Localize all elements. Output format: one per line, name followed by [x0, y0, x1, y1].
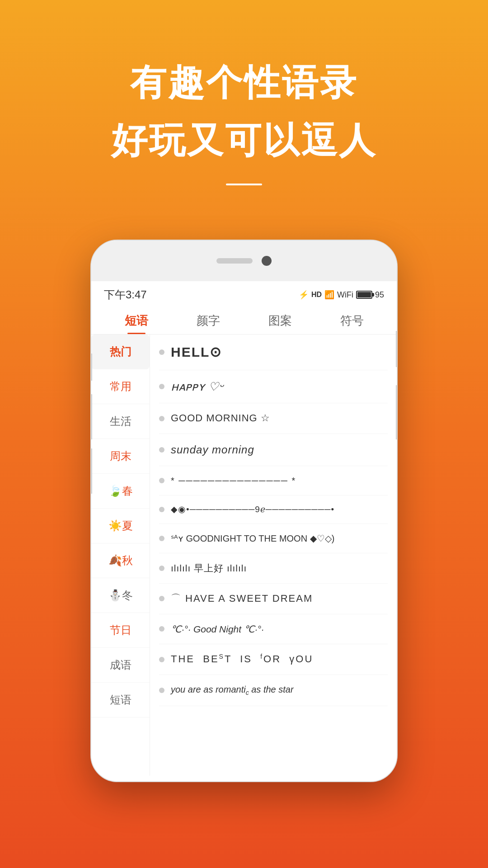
phone-container: 下午3:47 ⚡ HD 📶 WiFi 95 短语 颜字 图案 符号: [0, 240, 488, 782]
tab-patterns[interactable]: 图案: [244, 306, 316, 334]
list-text: GOOD MORNING ☆: [171, 411, 270, 425]
sidebar-item-spring[interactable]: 🍃春: [91, 474, 150, 509]
sidebar-item-common[interactable]: 常用: [91, 369, 150, 404]
list-item[interactable]: THE BEST IS fOR γOU: [159, 644, 388, 675]
tab-symbols[interactable]: 符号: [316, 306, 388, 334]
hd-icon: HD: [311, 291, 322, 299]
sidebar-item-hot[interactable]: 热门: [91, 335, 150, 369]
status-icons: ⚡ HD 📶 WiFi 95: [299, 290, 384, 300]
tab-bar: 短语 颜字 图案 符号: [91, 306, 397, 335]
hero-title-2: 好玩又可以逗人: [0, 117, 488, 165]
list-item[interactable]: ʜᴀᴘᴘʏ ♡ᵕ: [159, 370, 388, 403]
list-item[interactable]: GOOD MORNING ☆: [159, 403, 388, 434]
list-text: * ─────────────── *: [171, 474, 296, 487]
list-bullet: [159, 536, 164, 541]
sidebar-item-winter[interactable]: ⛄冬: [91, 578, 150, 613]
content-area: 热门 常用 生活 周末 🍃春 ☀️夏 🍂秋 ⛄冬 节日 成语 短语 HELL⊙: [91, 335, 397, 776]
list-text: HELL⊙: [171, 343, 222, 362]
phone-top-bar: [91, 241, 397, 281]
list-item[interactable]: ℃·°· Good Night ℃·°·: [159, 614, 388, 644]
sidebar-item-summer[interactable]: ☀️夏: [91, 509, 150, 543]
list-bullet: [159, 657, 164, 662]
volume-button: [396, 385, 398, 439]
list-text: sunday morning: [171, 442, 254, 458]
list-item[interactable]: ⌒ HAVE A SWEET DREAM: [159, 584, 388, 614]
list-bullet: [159, 688, 164, 693]
phone-screen: 下午3:47 ⚡ HD 📶 WiFi 95 短语 颜字 图案 符号: [91, 281, 397, 781]
power-button: [396, 331, 398, 367]
sidebar-item-holiday[interactable]: 节日: [91, 613, 150, 648]
list-text: you are as romantic as the star: [171, 683, 294, 698]
phone: 下午3:47 ⚡ HD 📶 WiFi 95 短语 颜字 图案 符号: [90, 240, 398, 782]
list-item[interactable]: ◆◉•──────────9ℯ──────────•: [159, 495, 388, 524]
list-bullet: [159, 596, 164, 601]
list-bullet: [159, 349, 164, 355]
wifi-icon: WiFi: [337, 290, 353, 300]
tab-fonts[interactable]: 颜字: [172, 306, 244, 334]
list-bullet: [159, 447, 164, 453]
signal-bars: 📶: [324, 290, 334, 300]
list-text: ʜᴀᴘᴘʏ ♡ᵕ: [171, 378, 224, 395]
signal-icon: ⚡: [299, 290, 309, 300]
vol-up-button: [90, 394, 92, 439]
mute-button: [90, 354, 92, 381]
list-item[interactable]: ˢᴬʏ GOODNIGHT TO THE MOON ◆♡◇): [159, 524, 388, 553]
sidebar-item-weekend[interactable]: 周末: [91, 439, 150, 474]
list-text: ⌒ HAVE A SWEET DREAM: [171, 592, 313, 606]
list-bullet: [159, 566, 164, 571]
list-bullet: [159, 507, 164, 512]
list-text: ˢᴬʏ GOODNIGHT TO THE MOON ◆♡◇): [171, 532, 334, 545]
list-text: ◆◉•──────────9ℯ──────────•: [171, 504, 334, 516]
list-text: THE BEST IS fOR γOU: [171, 652, 313, 666]
list-text: ılılılı 早上好 ılılılı: [171, 561, 247, 575]
list-item[interactable]: HELL⊙: [159, 335, 388, 370]
list-bullet: [159, 384, 164, 389]
phone-speaker: [216, 258, 253, 264]
hero-title-1: 有趣个性语录: [0, 59, 488, 108]
list-item[interactable]: sunday morning: [159, 434, 388, 466]
status-time: 下午3:47: [104, 288, 147, 302]
list-bullet: [159, 416, 164, 421]
battery-level: 95: [375, 290, 384, 300]
list-item[interactable]: you are as romantic as the star: [159, 675, 388, 706]
sidebar-item-phrases[interactable]: 短语: [91, 683, 150, 717]
status-bar: 下午3:47 ⚡ HD 📶 WiFi 95: [91, 281, 397, 306]
list-item[interactable]: * ─────────────── *: [159, 466, 388, 495]
sidebar-item-life[interactable]: 生活: [91, 404, 150, 439]
hero-divider: [226, 184, 262, 185]
vol-down-button: [90, 448, 92, 494]
hero-section: 有趣个性语录 好玩又可以逗人: [0, 0, 488, 212]
sidebar: 热门 常用 生活 周末 🍃春 ☀️夏 🍂秋 ⛄冬 节日 成语 短语: [91, 335, 150, 776]
sidebar-item-autumn[interactable]: 🍂秋: [91, 543, 150, 578]
list-text: ℃·°· Good Night ℃·°·: [171, 623, 264, 636]
list-item[interactable]: ılılılı 早上好 ılılılı: [159, 553, 388, 583]
sidebar-item-idiom[interactable]: 成语: [91, 648, 150, 683]
tab-phrases[interactable]: 短语: [100, 306, 172, 334]
list-area: HELL⊙ ʜᴀᴘᴘʏ ♡ᵕ GOOD MORNING ☆ sunday mor…: [150, 335, 397, 776]
phone-camera: [262, 256, 272, 266]
list-bullet: [159, 626, 164, 632]
battery-icon: [356, 291, 372, 299]
list-bullet: [159, 478, 164, 483]
